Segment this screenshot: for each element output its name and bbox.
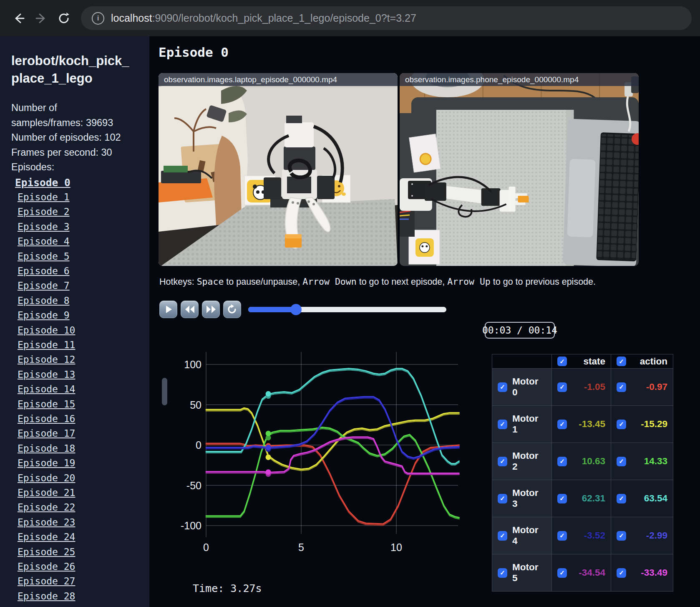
sidebar-episode-link[interactable]: Episode 28 [18, 589, 75, 604]
sidebar-episode-link[interactable]: Episode 13 [18, 367, 75, 382]
sidebar-episode-link[interactable]: Episode 7 [18, 278, 70, 293]
play-button[interactable] [159, 301, 177, 318]
sidebar-episode-link[interactable]: Episode 17 [18, 426, 75, 441]
sidebar-episode-link[interactable]: Episode 12 [18, 352, 75, 367]
episode-list: Episode 0Episode 1Episode 2Episode 3Epis… [11, 175, 149, 604]
motor-checkbox[interactable]: ✓ [498, 457, 507, 466]
motor-checkbox[interactable]: ✓ [498, 531, 507, 541]
sidebar-episode-link[interactable]: Episode 18 [18, 441, 75, 456]
sidebar-episode-link[interactable]: Episode 16 [18, 412, 75, 426]
sidebar-episode-link[interactable]: Episode 11 [18, 338, 75, 352]
episode-list-item: Episode 1 [11, 190, 149, 205]
episode-list-item: Episode 7 [11, 278, 149, 293]
episode-list-item: Episode 25 [11, 545, 149, 559]
sidebar-episode-link[interactable]: Episode 8 [18, 293, 70, 308]
stat-fps: Frames per second: 30 [11, 145, 127, 160]
seek-slider-thumb[interactable] [290, 304, 302, 315]
hotkeys-help: Hotkeys: Space to pause/unpause, Arrow D… [159, 276, 596, 287]
sidebar-episode-link[interactable]: Episode 5 [18, 249, 70, 264]
episode-list-item: Episode 9 [11, 308, 149, 323]
motor-table: ✓state ✓action ✓Motor 0✓-1.05✓-0.97✓Moto… [492, 354, 673, 592]
back-button[interactable] [8, 7, 30, 30]
sidebar-episode-link[interactable]: Episode 24 [18, 530, 75, 544]
episode-list-item: Episode 4 [11, 234, 149, 249]
episode-list-item: Episode 10 [11, 323, 149, 338]
sidebar-episode-link[interactable]: Episode 9 [18, 308, 70, 323]
episode-list-item: Episode 20 [11, 471, 149, 486]
episode-list-item: Episode 15 [11, 397, 149, 412]
sidebar: lerobot/koch_pick_place_1_lego Number of… [0, 36, 149, 607]
sidebar-episode-link[interactable]: Episode 20 [18, 471, 75, 486]
sidebar-episode-link[interactable]: Episode 14 [18, 382, 75, 397]
svg-text:0: 0 [196, 439, 201, 451]
seek-slider[interactable] [248, 307, 446, 312]
svg-text:50: 50 [190, 399, 201, 411]
episode-list-item: Episode 13 [11, 367, 149, 382]
loop-button[interactable] [223, 301, 241, 318]
episode-list-item: Episode 0 [11, 175, 149, 190]
sidebar-episode-link[interactable]: Episode 2 [18, 205, 70, 219]
motor-checkbox[interactable]: ✓ [557, 457, 567, 466]
motor-action-value: 14.33 [644, 456, 667, 467]
motor-table-row: ✓Motor 5✓-34.54✓-33.49 [492, 554, 673, 592]
motor-checkbox[interactable]: ✓ [617, 457, 626, 466]
motor-checkbox[interactable]: ✓ [617, 420, 626, 429]
video-title-laptop: observation.images.laptop_episode_000000… [159, 73, 398, 86]
sidebar-episode-link[interactable]: Episode 10 [18, 323, 75, 338]
sidebar-episode-link[interactable]: Episode 4 [18, 234, 70, 249]
sidebar-episode-link[interactable]: Episode 19 [18, 456, 75, 470]
video-phone-camera[interactable]: observation.images.phone_episode_000000.… [400, 73, 639, 266]
state-column-header: ✓state [552, 354, 611, 369]
episode-list-item: Episode 5 [11, 249, 149, 264]
motor-checkbox[interactable]: ✓ [617, 531, 626, 541]
sidebar-episode-link[interactable]: Episode 15 [18, 397, 75, 412]
forward-button[interactable] [30, 7, 53, 30]
site-info-icon[interactable]: i [92, 12, 104, 25]
episode-list-item: Episode 27 [11, 574, 149, 589]
motor-checkbox[interactable]: ✓ [498, 382, 507, 392]
motor-table-row: ✓Motor 3✓62.31✓63.54 [492, 480, 673, 517]
laptop-camera-frame-illustration [159, 73, 398, 266]
motor-checkbox[interactable]: ✓ [617, 494, 626, 503]
motor-checkbox[interactable]: ✓ [557, 382, 567, 392]
rewind-button[interactable] [181, 301, 199, 318]
state-column-checkbox[interactable]: ✓ [557, 357, 567, 366]
sidebar-episode-link[interactable]: Episode 26 [18, 559, 75, 574]
motor-checkbox[interactable]: ✓ [617, 568, 626, 578]
svg-text:-100: -100 [181, 520, 201, 531]
play-icon [164, 305, 173, 314]
motor-checkbox[interactable]: ✓ [498, 494, 507, 503]
video-laptop-camera[interactable]: observation.images.laptop_episode_000000… [159, 73, 398, 266]
motor-checkbox[interactable]: ✓ [498, 568, 507, 578]
motor-checkbox[interactable]: ✓ [557, 494, 567, 503]
address-bar[interactable]: i localhost:9090/lerobot/koch_pick_place… [81, 6, 692, 30]
motor-checkbox[interactable]: ✓ [557, 420, 567, 429]
motor-checkbox[interactable]: ✓ [557, 568, 567, 578]
sidebar-episode-link[interactable]: Episode 25 [18, 545, 75, 559]
sidebar-episode-link[interactable]: Episode 3 [18, 220, 70, 234]
episode-list-item: Episode 21 [11, 486, 149, 500]
motor-label: Motor 3 [512, 488, 546, 509]
episode-list-item: Episode 24 [11, 530, 149, 544]
motor-label: Motor 5 [512, 562, 546, 584]
motor-checkbox[interactable]: ✓ [617, 382, 626, 392]
sidebar-episode-link[interactable]: Episode 1 [18, 190, 70, 205]
sidebar-episode-link[interactable]: Episode 0 [15, 175, 71, 190]
sidebar-episode-link[interactable]: Episode 21 [18, 486, 75, 500]
sidebar-episode-link[interactable]: Episode 22 [18, 500, 75, 515]
video-title-phone: observation.images.phone_episode_000000.… [400, 73, 639, 86]
motor-checkbox[interactable]: ✓ [557, 531, 567, 541]
motor-checkbox[interactable]: ✓ [498, 420, 507, 429]
action-column-checkbox[interactable]: ✓ [617, 357, 626, 366]
motor-table-corner-cell [492, 354, 552, 369]
motor-label: Motor 0 [512, 376, 546, 398]
episode-list-item: Episode 6 [11, 264, 149, 278]
reload-button[interactable] [53, 7, 75, 30]
sidebar-episode-link[interactable]: Episode 23 [18, 515, 75, 530]
sidebar-episode-link[interactable]: Episode 6 [18, 264, 70, 278]
sidebar-episode-link[interactable]: Episode 27 [18, 574, 75, 589]
episode-list-item: Episode 17 [11, 426, 149, 441]
fast-forward-button[interactable] [202, 301, 220, 318]
svg-text:-50: -50 [186, 480, 201, 491]
episode-list-item: Episode 11 [11, 338, 149, 352]
